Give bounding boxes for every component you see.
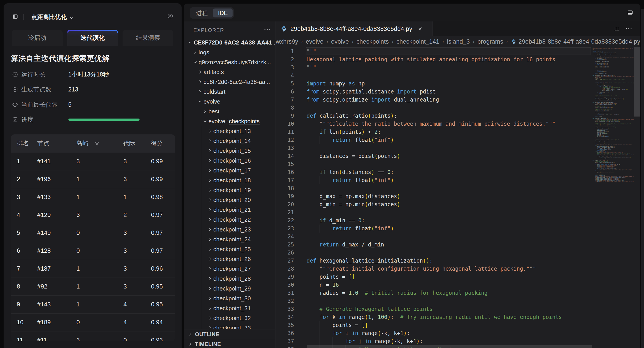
code-line: 9def calculate_ratio(points): bbox=[276, 112, 640, 120]
tree-item-checkpoint_31[interactable]: checkpoint_31 bbox=[184, 303, 275, 313]
table-row[interactable]: 9 #143 1 4 0.95 bbox=[11, 296, 175, 313]
table-row[interactable]: 3 #133 1 1 0.98 bbox=[11, 188, 175, 206]
view-switch-process[interactable]: 进程 bbox=[191, 8, 213, 18]
tree-item-checkpoint_30[interactable]: checkpoint_30 bbox=[184, 294, 275, 303]
project-title[interactable]: 点距离比优化 bbox=[31, 13, 67, 21]
breadcrumb-item[interactable]: evolve bbox=[306, 38, 323, 45]
right-panel-header: 进程IDE bbox=[184, 4, 640, 22]
tree-label: checkpoint_13 bbox=[213, 128, 251, 135]
cell-node: #141 bbox=[37, 158, 76, 165]
table-row[interactable]: 1 #141 3 3 0.99 bbox=[11, 152, 175, 170]
cell-generation: 3 bbox=[124, 158, 151, 165]
breadcrumb-item[interactable]: programs bbox=[478, 38, 503, 45]
breadcrumb-item[interactable]: island_3 bbox=[447, 38, 470, 45]
cell-score: 0.95 bbox=[151, 283, 175, 290]
tree-item-checkpoint_14[interactable]: checkpoint_14 bbox=[184, 136, 275, 146]
chevron-right-icon bbox=[187, 342, 194, 347]
panel-bottom-icon[interactable] bbox=[627, 10, 633, 16]
cell-score: 0.99 bbox=[151, 176, 175, 183]
close-icon[interactable] bbox=[417, 26, 423, 32]
minimap[interactable]: """Hexagonal lattice packing with simula… bbox=[592, 47, 634, 192]
table-row[interactable]: 8 #92 1 3 0.95 bbox=[11, 278, 175, 296]
breadcrumb-item[interactable]: evolve bbox=[331, 38, 349, 45]
tree-item-evolve[interactable]: evolve/checkpoints bbox=[184, 116, 275, 126]
breadcrumb-item[interactable]: checkpoints bbox=[356, 38, 389, 45]
col-header-generation[interactable]: 代际 bbox=[123, 139, 151, 148]
cell-score: 0.98 bbox=[151, 194, 175, 200]
chevron-right-icon bbox=[206, 236, 213, 242]
tree-item-ce8f72d06ac24a38aa41[interactable]: CE8F72D0-6AC2-4A38-AA41-... bbox=[184, 38, 275, 48]
cell-node: #196 bbox=[37, 176, 76, 183]
tree-item-checkpoint_24[interactable]: checkpoint_24 bbox=[184, 234, 275, 244]
split-editor-icon[interactable] bbox=[614, 26, 620, 32]
code-line: 31 radius = 1.0 # Initial radius for hex… bbox=[276, 289, 640, 297]
tree-item-checkpoint_20[interactable]: checkpoint_20 bbox=[184, 195, 275, 205]
chevron-down-icon[interactable] bbox=[69, 15, 74, 21]
tree-item-checkpoint_17[interactable]: checkpoint_17 bbox=[184, 166, 275, 175]
tree-item-checkpoint_25[interactable]: checkpoint_25 bbox=[184, 244, 275, 254]
hexagon-dot-icon[interactable] bbox=[167, 13, 174, 19]
tree-label: checkpoint_23 bbox=[213, 226, 251, 233]
code-line: 11 if len(points) < 2: bbox=[276, 128, 640, 136]
tree-item-q9rznzvcc5esbuiys7dxirzk[interactable]: q9rznzvcc5esbuiys7dxirzk... bbox=[184, 57, 275, 67]
tree-item-checkpoint_22[interactable]: checkpoint_22 bbox=[184, 215, 275, 224]
tree-item-checkpoint_32[interactable]: checkpoint_32 bbox=[184, 313, 275, 323]
horizontal-scrollbar[interactable] bbox=[307, 345, 592, 348]
tree-item-evolve[interactable]: evolve bbox=[184, 96, 275, 106]
tree-item-coldstart[interactable]: coldstart bbox=[184, 87, 275, 96]
editor-tab[interactable]: 29eb41b8-8b8e-44ff-a8e4-0da8383e5dd4.py bbox=[276, 22, 433, 36]
tree-label: checkpoint_30 bbox=[213, 295, 251, 302]
tree-item-checkpoint_21[interactable]: checkpoint_21 bbox=[184, 205, 275, 215]
tree-item-checkpoint_27[interactable]: checkpoint_27 bbox=[184, 264, 275, 274]
tree-label: checkpoint_29 bbox=[213, 285, 251, 292]
explorer-section-outline[interactable]: OUTLINE bbox=[184, 329, 275, 339]
tree-label: evolve bbox=[208, 118, 225, 125]
col-header-rank[interactable]: 排名 bbox=[11, 139, 37, 148]
col-header-score[interactable]: 得分 bbox=[151, 139, 175, 148]
tree-label-focused: checkpoints bbox=[229, 118, 260, 125]
cell-island: 1 bbox=[76, 265, 124, 272]
explorer-section-timeline[interactable]: TIMELINE bbox=[184, 339, 275, 348]
table-row[interactable]: 5 #149 0 3 0.97 bbox=[11, 224, 175, 242]
tab-coldstart[interactable]: 冷启动 bbox=[12, 30, 62, 46]
tree-item-checkpoint_23[interactable]: checkpoint_23 bbox=[184, 224, 275, 234]
cell-rank: 4 bbox=[11, 212, 37, 218]
tree-item-logs[interactable]: logs bbox=[184, 48, 275, 57]
breadcrumb-item[interactable]: wxhrs9y bbox=[276, 38, 298, 45]
breadcrumb-item[interactable]: checkpoint_141 bbox=[396, 38, 440, 45]
col-header-island[interactable]: 岛屿 bbox=[76, 139, 123, 148]
tree-item-artifacts[interactable]: artifacts bbox=[184, 67, 275, 77]
tab-evolution[interactable]: 迭代演化 bbox=[67, 30, 118, 46]
vertical-scrollbar[interactable] bbox=[634, 47, 640, 116]
tree-item-checkpoint_15[interactable]: checkpoint_15 bbox=[184, 146, 275, 156]
table-row[interactable]: 4 #129 3 2 0.97 bbox=[11, 206, 175, 224]
tree-label: checkpoint_14 bbox=[213, 138, 251, 144]
col-header-node[interactable]: 节点 bbox=[37, 139, 76, 148]
tree-item-checkpoint_29[interactable]: checkpoint_29 bbox=[184, 284, 275, 294]
code-line: 20 d_min = np.min(distances) bbox=[276, 200, 640, 208]
ellipsis-icon[interactable] bbox=[626, 28, 632, 30]
filter-icon[interactable] bbox=[94, 141, 100, 146]
table-row[interactable]: 10 #189 0 4 0.94 bbox=[11, 313, 175, 331]
tree-item-checkpoint_26[interactable]: checkpoint_26 bbox=[184, 254, 275, 264]
tree-item-ce8f72d06ac24a38aa[interactable]: ce8f72d0-6ac2-4a38-aa... bbox=[184, 77, 275, 87]
evolution-panel: 点距离比优化 冷启动迭代演化结果洞察 算法自主迭代演化探索更优解 运行时长1小时… bbox=[4, 3, 182, 348]
tree-item-checkpoint_19[interactable]: checkpoint_19 bbox=[184, 185, 275, 195]
cell-island: 0 bbox=[76, 230, 124, 236]
tab-insight[interactable]: 结果洞察 bbox=[122, 30, 173, 46]
view-switch-ide[interactable]: IDE bbox=[213, 8, 232, 18]
breadcrumb-file[interactable]: 29eb41b8-8b8e-44ff-a8e4-0da8383e5dd4.py bbox=[518, 38, 640, 45]
layout-sidebar-left-icon[interactable] bbox=[12, 14, 18, 19]
table-row[interactable]: 6 #128 0 3 0.97 bbox=[11, 242, 175, 260]
ellipsis-icon[interactable] bbox=[264, 28, 270, 30]
table-row[interactable]: 2 #196 1 3 0.99 bbox=[11, 170, 175, 188]
tree-item-checkpoint_18[interactable]: checkpoint_18 bbox=[184, 175, 275, 185]
tree-item-best[interactable]: best bbox=[184, 106, 275, 116]
tree-item-checkpoint_28[interactable]: checkpoint_28 bbox=[184, 274, 275, 284]
tree-item-checkpoint_13[interactable]: checkpoint_13 bbox=[184, 126, 275, 136]
section-label: TIMELINE bbox=[195, 341, 221, 347]
code-editor[interactable]: 1"""2Hexagonal lattice packing with simu… bbox=[276, 47, 640, 348]
tree-item-checkpoint_16[interactable]: checkpoint_16 bbox=[184, 156, 275, 166]
table-row[interactable]: 7 #187 1 3 0.96 bbox=[11, 260, 175, 278]
table-row[interactable]: 11 #11 3 0 0.93 bbox=[11, 331, 175, 341]
